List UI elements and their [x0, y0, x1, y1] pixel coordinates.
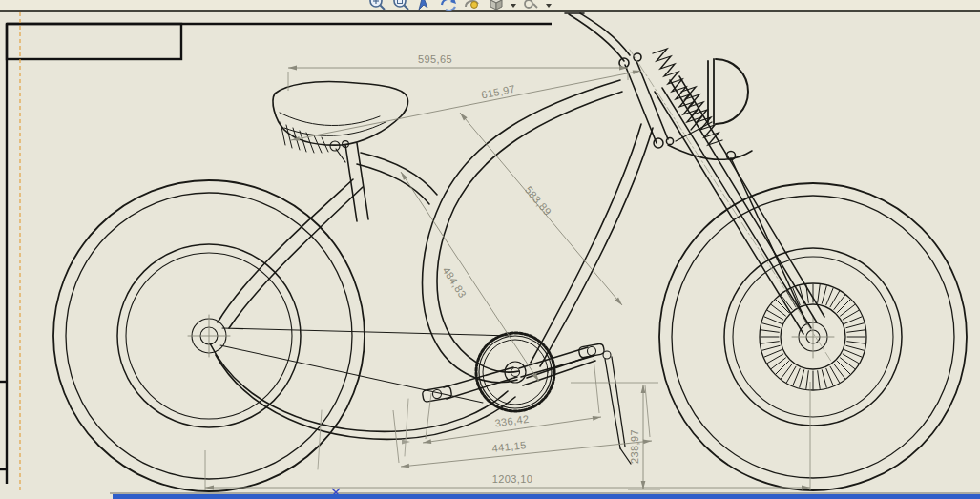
seat — [273, 82, 407, 163]
dimension-text[interactable]: 1203,10 — [492, 473, 533, 485]
dimension-wheelbase[interactable]: 1203,10 — [205, 382, 810, 490]
dimension-arrowhead — [643, 440, 652, 445]
dimension-text[interactable]: 336,42 — [494, 413, 530, 429]
extension-line — [594, 359, 599, 413]
drawing-canvas[interactable]: 595,65615,97583,89484,83336,42441,151203… — [0, 0, 980, 499]
dimension-arrowhead — [205, 486, 214, 490]
dimension-seatpost-to-crank-aligned[interactable]: 484,83 — [401, 172, 539, 382]
dimension-text[interactable]: 484,83 — [441, 264, 469, 300]
dimension-seat-to-head-horizontal[interactable]: 595,65 — [288, 53, 628, 91]
front-wheel — [659, 183, 967, 490]
dimension-text[interactable]: 238,97 — [629, 429, 640, 464]
dimension-seat-to-fork-aligned[interactable]: 615,97 — [291, 70, 641, 140]
dimension-line — [291, 71, 641, 140]
extension-line — [426, 393, 431, 439]
left-pedal — [422, 385, 452, 402]
rear-wheel — [53, 180, 365, 491]
dimension-crank-height[interactable]: 238,97 — [571, 383, 660, 489]
application-window: 595,65615,97583,89484,83336,42441,151203… — [0, 0, 980, 499]
dimension-line — [401, 172, 539, 382]
dimension-arrowhead — [641, 481, 646, 489]
front-axle-center-mark — [792, 316, 834, 358]
right-pedal — [578, 343, 605, 358]
dimension-text[interactable]: 615,97 — [480, 83, 516, 101]
handlebar — [565, 13, 641, 68]
dimension-text[interactable]: 595,65 — [418, 53, 452, 65]
extension-line — [393, 410, 399, 463]
dimension-arrowhead — [401, 172, 407, 180]
dimension-arrowhead — [593, 416, 601, 421]
dimension-arrowhead — [288, 66, 297, 71]
dimension-arrowhead — [633, 70, 641, 74]
dimension-arrowhead — [401, 464, 409, 468]
dimensions-layer: 595,65615,97583,89484,83336,42441,151203… — [205, 53, 810, 490]
rear-axle-center-mark — [188, 315, 230, 357]
kickstand — [603, 351, 631, 464]
extension-line — [645, 385, 650, 437]
dimension-head-to-lower-aligned[interactable]: 583,89 — [460, 113, 622, 305]
dimension-text[interactable]: 441,15 — [491, 439, 527, 454]
dimension-text[interactable]: 583,89 — [523, 184, 553, 218]
dimension-arrowhead — [423, 439, 431, 444]
taskbar-edge — [113, 494, 980, 499]
dimension-arrowhead — [802, 486, 810, 490]
